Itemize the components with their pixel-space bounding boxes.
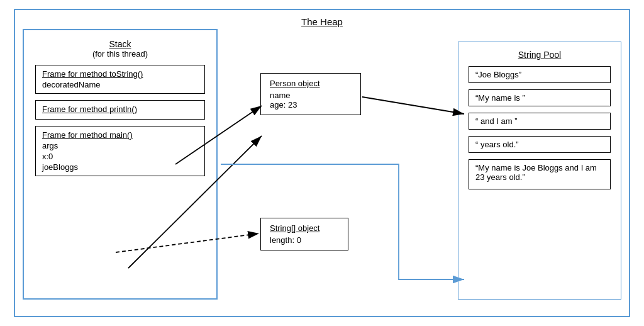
person-var-name: name <box>270 91 352 100</box>
person-object-box: Person object name age: 23 <box>260 73 361 115</box>
stack-subtitle: (for this thread) <box>24 49 216 59</box>
main-container: The Heap Stack (for this thread) Frame f… <box>14 9 630 317</box>
pool-title: String Pool <box>458 50 621 60</box>
frame-tostring-title: Frame for method toString() <box>42 69 198 79</box>
stack-panel: Stack (for this thread) Frame for method… <box>23 29 218 300</box>
pool-item-2: “ and I am ” <box>469 113 611 130</box>
frame-tostring: Frame for method toString() decoratedNam… <box>35 65 205 94</box>
person-object-title: Person object <box>270 79 352 88</box>
pool-item-3: “ years old.” <box>469 136 611 153</box>
pool-item-1: “My name is ” <box>469 89 611 106</box>
frame-println: Frame for method println() <box>35 100 205 120</box>
pool-item-0: “Joe Bloggs” <box>469 66 611 83</box>
frame-main: Frame for method main() args x:0 joeBlog… <box>35 126 205 176</box>
frame-main-var1: x:0 <box>42 152 198 161</box>
stringarr-title: String[] object <box>270 223 339 233</box>
frame-main-title: Frame for method main() <box>42 130 198 140</box>
frame-println-title: Frame for method println() <box>42 104 198 114</box>
arrow-name-joebloggs <box>362 97 464 114</box>
person-var-age: age: 23 <box>270 100 352 110</box>
frame-main-var2: joeBloggs <box>42 162 198 172</box>
frame-tostring-var0: decoratedName <box>42 80 198 89</box>
stack-title-text: Stack <box>109 39 131 49</box>
stringarr-var-length: length: 0 <box>270 235 339 245</box>
frame-main-var0: args <box>42 141 198 150</box>
string-pool-panel: String Pool “Joe Bloggs” “My name is ” “… <box>458 42 621 300</box>
heap-label: The Heap <box>301 16 343 27</box>
stringarr-object-box: String[] object length: 0 <box>260 218 348 250</box>
pool-item-4: “My name is Joe Bloggs and I am 23 years… <box>469 159 611 189</box>
stack-title: Stack <box>24 39 216 49</box>
